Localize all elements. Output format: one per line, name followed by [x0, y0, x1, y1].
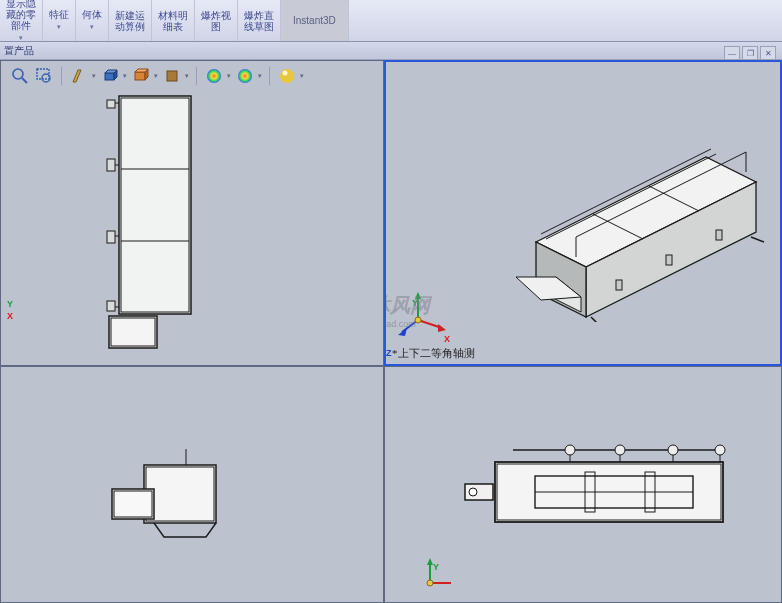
svg-rect-5	[135, 72, 145, 80]
ribbon-toolbar: 显示隐藏的零部件▾ 特征▾ 何体▾ 新建运动算例 材料明细表 爆炸视图 爆炸直线…	[0, 0, 782, 42]
display-style-dropdown[interactable]: ▾	[154, 72, 158, 80]
hide-show-icon[interactable]	[162, 66, 182, 86]
svg-point-45	[565, 445, 575, 455]
svg-rect-4	[105, 73, 114, 80]
axis-y-label: Y	[412, 298, 418, 308]
axis-x-label: X	[444, 334, 450, 344]
svg-rect-6	[167, 71, 177, 81]
render-icon[interactable]	[277, 66, 297, 86]
render-dropdown[interactable]: ▾	[300, 72, 304, 80]
model-top-view	[101, 91, 211, 358]
view-triad	[398, 290, 448, 342]
svg-line-31	[751, 237, 764, 242]
svg-point-46	[615, 445, 625, 455]
svg-point-60	[469, 488, 477, 496]
viewport-bottom-left[interactable]	[0, 366, 384, 603]
svg-point-7	[207, 69, 221, 83]
svg-rect-12	[121, 98, 189, 312]
svg-point-48	[715, 445, 725, 455]
svg-point-9	[280, 69, 294, 83]
close-button[interactable]: ✕	[760, 46, 776, 60]
section-dropdown[interactable]: ▾	[92, 72, 96, 80]
svg-marker-35	[438, 324, 446, 332]
restore-button[interactable]: ❐	[742, 46, 758, 60]
svg-rect-16	[107, 159, 115, 171]
toolbar-separator	[196, 67, 197, 85]
svg-line-1	[22, 78, 27, 83]
svg-rect-29	[716, 230, 722, 240]
ribbon-exploded-sketch[interactable]: 爆炸直线草图	[238, 0, 281, 41]
svg-rect-41	[146, 467, 214, 521]
viewport-top-right[interactable]: Y X Z *上下二等角轴测 ᎷF 沐风网 www.mfcad.com	[384, 60, 782, 366]
axis-y-label: Y	[433, 562, 439, 572]
view-orientation-dropdown[interactable]: ▾	[123, 72, 127, 80]
hide-show-dropdown[interactable]: ▾	[185, 72, 189, 80]
view-label: *上下二等角轴测	[392, 346, 475, 361]
svg-rect-17	[107, 231, 115, 243]
zoom-fit-icon[interactable]	[10, 66, 30, 86]
ribbon-instant3d[interactable]: Instant3D	[281, 0, 349, 41]
minimize-button[interactable]: —	[724, 46, 740, 60]
appearance-dropdown[interactable]: ▾	[227, 72, 231, 80]
section-icon[interactable]	[69, 66, 89, 86]
view-orientation-icon[interactable]	[100, 66, 120, 86]
svg-marker-37	[398, 328, 407, 336]
viewport-top-left[interactable]: Y X	[0, 60, 384, 366]
graphics-toolbar: ▾ ▾ ▾ ▾ ▾ ▾ ▾	[10, 66, 304, 86]
model-side-view	[106, 447, 246, 559]
svg-point-10	[283, 71, 288, 76]
svg-rect-15	[107, 100, 115, 108]
zoom-area-icon[interactable]	[34, 66, 54, 86]
viewport-container: — ❐ ✕ ▾ ▾ ▾ ▾ ▾	[0, 60, 782, 603]
svg-rect-28	[666, 255, 672, 265]
ribbon-new-motion[interactable]: 新建运动算例	[109, 0, 152, 41]
svg-rect-24	[111, 318, 155, 346]
toolbar-separator	[269, 67, 270, 85]
ribbon-bom[interactable]: 材料明细表	[152, 0, 195, 41]
svg-rect-18	[107, 301, 115, 311]
ribbon-show-hide-parts[interactable]: 显示隐藏的零部件▾	[0, 0, 43, 41]
svg-point-0	[13, 69, 23, 79]
window-controls: — ❐ ✕	[724, 46, 776, 60]
toolbar-separator	[61, 67, 62, 85]
svg-point-47	[668, 445, 678, 455]
viewport-grid: Y X	[0, 60, 782, 603]
svg-rect-43	[114, 491, 152, 517]
svg-point-38	[415, 317, 421, 323]
model-isometric	[446, 92, 766, 324]
axis-y-label: Y	[7, 299, 13, 309]
ribbon-exploded-view[interactable]: 爆炸视图	[195, 0, 238, 41]
scene-dropdown[interactable]: ▾	[258, 72, 262, 80]
svg-point-64	[427, 580, 433, 586]
display-style-icon[interactable]	[131, 66, 151, 86]
axis-x-label: X	[7, 311, 13, 321]
ribbon-features[interactable]: 特征▾	[43, 0, 76, 41]
model-plan-view	[455, 442, 735, 554]
ribbon-geometry[interactable]: 何体▾	[76, 0, 109, 41]
svg-rect-27	[616, 280, 622, 290]
svg-line-30	[591, 317, 601, 322]
axis-z-label: Z	[386, 348, 392, 358]
scene-icon[interactable]	[235, 66, 255, 86]
sub-tab-label: 置产品	[4, 44, 34, 58]
viewport-bottom-right[interactable]: Y	[384, 366, 782, 603]
svg-point-8	[238, 69, 252, 83]
appearance-icon[interactable]	[204, 66, 224, 86]
sub-tab-bar[interactable]: 置产品	[0, 42, 782, 60]
